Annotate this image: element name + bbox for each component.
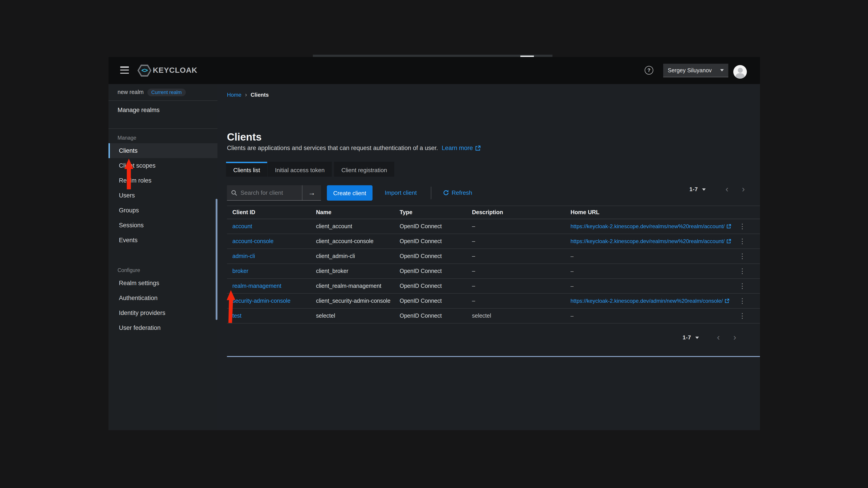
kebab-menu-icon[interactable]: ⋮ xyxy=(737,308,748,323)
breadcrumb-home-link[interactable]: Home xyxy=(227,92,241,98)
sidebar-item-client-scopes[interactable]: Client scopes xyxy=(108,158,217,173)
sidebar-item-users[interactable]: Users xyxy=(108,188,217,203)
home-url-link[interactable]: https://keycloak-2.kinescope.dev/admin/n… xyxy=(570,294,729,308)
client-id-link[interactable]: security-admin-console xyxy=(232,294,290,308)
client-type: OpenID Connect xyxy=(400,279,442,293)
client-name: client_account-console xyxy=(316,234,373,249)
client-name: client_realm-management xyxy=(316,279,381,293)
breadcrumb-chevron-icon: › xyxy=(245,91,247,98)
table-row-account-console: account-consoleclient_account-consoleOpe… xyxy=(227,234,760,249)
sidebar-scrollbar[interactable] xyxy=(216,199,217,320)
toolbar: Search for client → Create client Import… xyxy=(217,185,760,201)
page-title: Clients xyxy=(227,131,261,143)
kebab-menu-icon[interactable]: ⋮ xyxy=(737,249,748,263)
client-description: – xyxy=(472,264,475,278)
table-header: Client ID Name Type Description Home URL xyxy=(227,206,760,219)
client-name: client_broker xyxy=(316,264,348,278)
keycloak-hexagon-icon: <> xyxy=(137,64,151,76)
col-name: Name xyxy=(316,206,331,219)
browser-tab-dash xyxy=(520,56,534,57)
table-body: accountclient_accountOpenID Connect–http… xyxy=(227,219,760,324)
sidebar-item-groups[interactable]: Groups xyxy=(108,203,217,218)
kebab-menu-icon[interactable]: ⋮ xyxy=(737,219,748,234)
table-row-test: testselectelOpenID Connectselectel–⋮ xyxy=(227,308,760,324)
home-url-link[interactable]: https://keycloak-2.kinescope.dev/realms/… xyxy=(570,219,731,234)
client-description: – xyxy=(472,219,475,234)
prev-page-button[interactable]: ‹ xyxy=(725,187,728,192)
table-row-realm-management: realm-managementclient_realm-managementO… xyxy=(227,279,760,294)
table-row-account: accountclient_accountOpenID Connect–http… xyxy=(227,219,760,234)
client-home-url: – xyxy=(570,308,574,323)
search-placeholder: Search for client xyxy=(241,189,283,196)
kebab-menu-icon[interactable]: ⋮ xyxy=(737,294,748,308)
client-home-url: https://keycloak-2.kinescope.dev/admin/n… xyxy=(570,294,729,308)
col-description: Description xyxy=(472,206,503,219)
table-row-security-admin-console: security-admin-consoleclient_security-ad… xyxy=(227,294,760,308)
client-type: OpenID Connect xyxy=(400,219,442,234)
clients-table: Client ID Name Type Description Home URL… xyxy=(227,205,760,324)
help-icon[interactable]: ? xyxy=(645,66,653,74)
client-id-link[interactable]: account-console xyxy=(232,234,274,249)
client-id-link[interactable]: admin-cli xyxy=(232,249,255,263)
import-client-link[interactable]: Import client xyxy=(385,189,417,196)
kebab-menu-icon[interactable]: ⋮ xyxy=(737,234,748,249)
masthead: <> KEYCLOAK ? Sergey Siluyanov xyxy=(108,57,760,84)
per-page-caret-icon[interactable] xyxy=(695,336,699,339)
current-realm-badge: Current realm xyxy=(147,88,186,96)
kebab-menu-icon[interactable]: ⋮ xyxy=(737,279,748,293)
client-name: client_account xyxy=(316,219,352,234)
tab-clients-list[interactable]: Clients list xyxy=(226,162,268,177)
client-type: OpenID Connect xyxy=(400,308,442,323)
client-id-link[interactable]: account xyxy=(232,219,252,234)
realm-switcher[interactable]: new realm Current realm xyxy=(108,84,217,101)
client-type: OpenID Connect xyxy=(400,264,442,278)
sidebar-item-sessions[interactable]: Sessions xyxy=(108,218,217,233)
breadcrumb-current: Clients xyxy=(251,92,269,98)
sidebar-item-clients[interactable]: Clients xyxy=(108,143,217,158)
per-page-caret-icon[interactable] xyxy=(702,188,706,191)
sidebar-item-events[interactable]: Events xyxy=(108,233,217,248)
learn-more-link[interactable]: Learn more xyxy=(442,144,480,151)
client-id-link[interactable]: broker xyxy=(232,264,248,278)
keycloak-logo: <> KEYCLOAK xyxy=(137,64,197,77)
sidebar-item-realm-settings[interactable]: Realm settings xyxy=(108,275,217,291)
client-home-url: https://keycloak-2.kinescope.dev/realms/… xyxy=(570,234,731,249)
client-description: – xyxy=(472,279,475,293)
next-page-button[interactable]: › xyxy=(742,187,745,192)
kebab-menu-icon[interactable]: ⋮ xyxy=(737,264,748,278)
client-type: OpenID Connect xyxy=(400,294,442,308)
sidebar-item-realm-roles[interactable]: Realm roles xyxy=(108,173,217,188)
client-name: selectel xyxy=(316,308,335,323)
tab-initial-access-token[interactable]: Initial access token xyxy=(268,162,332,177)
search-input[interactable]: Search for client → xyxy=(227,185,321,201)
avatar[interactable] xyxy=(733,65,747,78)
section-label-manage: Manage xyxy=(108,129,217,143)
refresh-icon xyxy=(443,190,449,196)
page-description: Clients are applications and services th… xyxy=(227,144,438,151)
client-description: selectel xyxy=(472,308,491,323)
col-type: Type xyxy=(400,206,412,219)
user-menu-dropdown[interactable]: Sergey Siluyanov xyxy=(663,64,728,77)
main-content: Home › Clients Clients Clients are appli… xyxy=(217,84,760,430)
client-id-link[interactable]: realm-management xyxy=(232,279,281,293)
external-link-icon xyxy=(726,239,731,243)
create-client-button[interactable]: Create client xyxy=(327,185,373,201)
sidebar-nav: new realm Current realm Manage realms Ma… xyxy=(108,84,217,430)
home-url-link[interactable]: https://keycloak-2.kinescope.dev/realms/… xyxy=(570,234,731,249)
sidebar-item-manage-realms[interactable]: Manage realms xyxy=(108,101,217,119)
sidebar-item-authentication[interactable]: Authentication xyxy=(108,291,217,305)
client-description: – xyxy=(472,294,475,308)
sidebar-item-user-federation[interactable]: User federation xyxy=(108,320,217,335)
pagination-range: 1-7 xyxy=(689,186,698,193)
tab-client-registration[interactable]: Client registration xyxy=(334,162,394,177)
client-id-link[interactable]: test xyxy=(232,308,241,323)
search-submit-button[interactable]: → xyxy=(302,185,321,200)
nav-group-manage: ClientsClient scopesRealm rolesUsersGrou… xyxy=(108,143,217,248)
hamburger-menu-icon[interactable] xyxy=(120,66,129,74)
next-page-button[interactable]: › xyxy=(733,335,736,340)
sidebar-item-identity-providers[interactable]: Identity providers xyxy=(108,305,217,320)
table-row-broker: brokerclient_brokerOpenID Connect––⋮ xyxy=(227,264,760,279)
toolbar-divider xyxy=(431,187,431,199)
refresh-link[interactable]: Refresh xyxy=(443,189,472,196)
prev-page-button[interactable]: ‹ xyxy=(717,335,720,340)
